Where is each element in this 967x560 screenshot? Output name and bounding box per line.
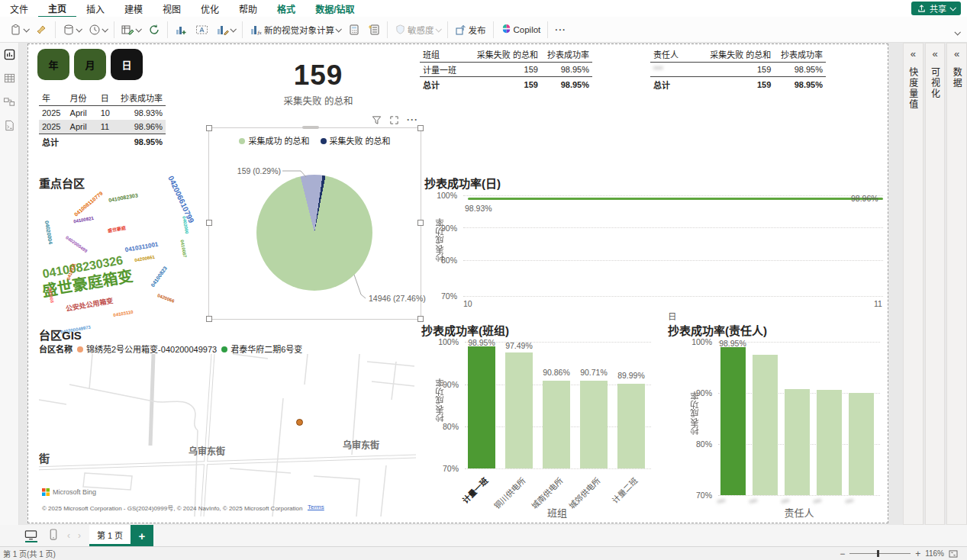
map-visual[interactable]: 乌审东街 乌审东街 东街 Microsoft Bing © 2025 Micro…	[39, 354, 416, 517]
bar[interactable]	[849, 393, 874, 495]
zoom-slider[interactable]	[849, 553, 911, 554]
menu-format[interactable]: 格式	[267, 0, 305, 17]
kpi-card[interactable]: 159 采集失败 的总和	[242, 60, 395, 108]
table-view-icon[interactable]	[4, 72, 15, 84]
menu-data-drill[interactable]: 数据/钻取	[305, 0, 364, 17]
wordcloud-visual[interactable]: 041008230326 盛世豪庭箱变 042006610799 0410311…	[26, 178, 210, 334]
fit-to-page-icon[interactable]	[949, 550, 958, 558]
menu-modeling[interactable]: 建模	[114, 0, 153, 17]
page-tab[interactable]: 第 1 页	[89, 525, 131, 546]
new-visual-calculation-button[interactable]: fx 新的视觉对象计算	[246, 20, 344, 40]
format-painter-button[interactable]	[32, 20, 52, 40]
wordcloud-word[interactable]: 04103110	[113, 310, 134, 317]
wordcloud-word[interactable]: 0420066	[156, 293, 175, 304]
menu-file[interactable]: 文件	[0, 0, 38, 17]
more-options-icon[interactable]: ···	[407, 114, 418, 125]
banzu-table[interactable]: 班组 采集失败 的总和 抄表成功率 计量一班 159 98.95% 总计 159…	[420, 47, 592, 92]
table-row[interactable]: 2025 April 10 98.93%	[39, 106, 166, 120]
bar[interactable]	[720, 347, 746, 495]
text-box-button[interactable]	[192, 20, 212, 40]
bar[interactable]	[580, 381, 608, 468]
bar[interactable]	[817, 390, 842, 495]
kpi-label: 采集失败 的总和	[242, 93, 395, 108]
pie-chart-visual[interactable]: 采集成功 的总和 采集失败 的总和 159 (0.29%) 14946 (27.…	[208, 127, 421, 320]
wordcloud-word[interactable]: 公安处公用箱变	[65, 298, 114, 313]
next-page-arrow[interactable]: ›	[74, 530, 85, 541]
quick-measure-button[interactable]	[364, 20, 384, 40]
chevron-down-icon	[135, 26, 141, 32]
ribbon-more-button[interactable]: ···	[551, 20, 570, 40]
share-button[interactable]: 共享	[911, 2, 961, 15]
menu-optimize[interactable]: 优化	[191, 0, 229, 17]
divider	[387, 21, 388, 38]
bar[interactable]	[617, 384, 645, 468]
legend-item[interactable]: 锦绣苑2号公用箱变-040200049973	[77, 343, 217, 355]
zeren-table[interactable]: 责任人 采集失败 的总和 抄表成功率 *** 159 98.95% 总计 159…	[650, 47, 826, 92]
expand-pane-icon[interactable]: «	[911, 48, 916, 60]
menu-insert[interactable]: 插入	[76, 0, 114, 17]
line-series[interactable]	[468, 198, 883, 200]
desktop-view-toggle[interactable]	[24, 529, 37, 542]
table-row[interactable]: *** 159 98.95%	[650, 63, 826, 76]
map-attribution: © 2025 Microsoft Corporation - GS(2024)0…	[42, 504, 302, 512]
bar[interactable]	[753, 355, 778, 495]
get-data-button[interactable]	[59, 20, 85, 40]
menu-help[interactable]: 帮助	[229, 0, 267, 17]
dax-query-view-icon[interactable]	[4, 120, 15, 131]
x-axis-title: 班组	[534, 505, 580, 520]
wordcloud-word[interactable]: 0410311001	[124, 242, 159, 254]
bar[interactable]	[468, 346, 495, 468]
table-row-selected[interactable]: 2025 April 11 98.96%	[39, 120, 166, 134]
wordcloud-word[interactable]: 04100823	[150, 266, 168, 288]
map-marker[interactable]	[296, 419, 303, 426]
prev-page-arrow[interactable]: ‹	[63, 530, 74, 541]
chevron-down-icon	[335, 26, 341, 32]
report-page[interactable]: 年 月 日 年 月份 日 抄表成功率 2025 April 10 98.93% …	[27, 43, 888, 523]
redacted-name: ***	[717, 497, 726, 507]
bar[interactable]	[505, 352, 533, 468]
copilot-button[interactable]: Copilot	[497, 20, 545, 40]
legend-item[interactable]: 君泰华府二期6号变	[221, 343, 302, 355]
wordcloud-word[interactable]: 04020004	[44, 220, 53, 245]
zoom-level: 116%	[925, 549, 944, 558]
report-view-icon[interactable]	[4, 49, 15, 60]
wordcloud-word[interactable]: 0410082303	[108, 192, 139, 203]
expand-pane-icon[interactable]: «	[932, 48, 937, 60]
slicer-day-button[interactable]: 日	[111, 49, 143, 80]
wordcloud-word[interactable]: 盛世豪庭	[108, 226, 127, 233]
paste-button[interactable]	[6, 20, 32, 40]
bar[interactable]	[543, 381, 570, 468]
map-terms-link[interactable]: Terms	[308, 504, 324, 510]
wordcloud-word[interactable]: 0410087	[179, 240, 187, 258]
quick-measures-pane-collapsed[interactable]: « 快度量值	[903, 43, 923, 525]
divider	[55, 21, 56, 38]
bar[interactable]	[785, 389, 810, 495]
new-measure-button[interactable]	[344, 20, 364, 40]
wordcloud-word[interactable]: 0402000499	[65, 235, 89, 253]
expand-pane-icon[interactable]: «	[954, 48, 959, 60]
wordcloud-word[interactable]: 042006610799	[166, 175, 195, 224]
transform-data-button[interactable]	[118, 20, 144, 40]
zoom-in-button[interactable]: +	[915, 549, 920, 559]
model-view-icon[interactable]	[3, 96, 15, 108]
menu-home[interactable]: 主页	[38, 0, 76, 18]
focus-mode-icon[interactable]	[389, 115, 399, 125]
date-table[interactable]: 年 月份 日 抄表成功率 2025 April 10 98.93% 2025 A…	[39, 90, 166, 149]
refresh-button[interactable]	[144, 20, 164, 40]
more-visuals-button[interactable]	[212, 20, 239, 40]
filter-icon[interactable]	[372, 115, 382, 125]
menu-view[interactable]: 视图	[153, 0, 191, 17]
slicer-month-button[interactable]: 月	[74, 49, 106, 80]
new-visual-button[interactable]	[171, 20, 192, 40]
visualizations-pane-collapsed[interactable]: « 可视化	[925, 43, 946, 525]
slicer-year-button[interactable]: 年	[37, 49, 69, 80]
recent-sources-button[interactable]	[85, 20, 111, 40]
table-row[interactable]: 计量一班 159 98.95%	[420, 63, 592, 76]
publish-button[interactable]: 发布	[451, 20, 490, 40]
data-pane-collapsed[interactable]: « 数据	[946, 43, 967, 525]
add-page-button[interactable]: +	[131, 525, 153, 546]
wordcloud-word[interactable]: 041008110779	[73, 191, 104, 217]
wordcloud-word[interactable]: 04200661	[134, 255, 155, 263]
mobile-view-toggle[interactable]	[50, 529, 57, 543]
zoom-out-button[interactable]: −	[840, 549, 845, 559]
